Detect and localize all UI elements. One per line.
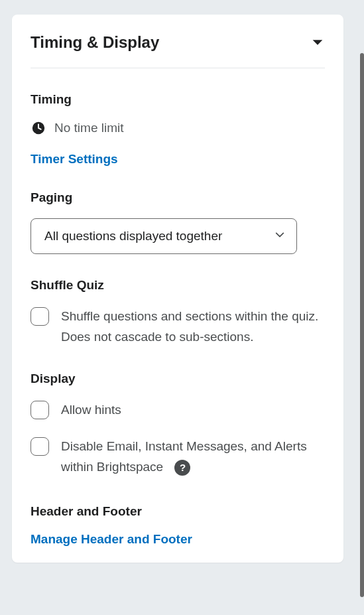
hints-checkbox-label: Allow hints	[61, 399, 121, 420]
timing-label: Timing	[30, 92, 325, 107]
display-label: Display	[30, 372, 325, 386]
header-footer-label: Header and Footer	[30, 504, 325, 519]
panel-header[interactable]: Timing & Display	[30, 33, 325, 68]
timing-section: Timing No time limit Timer Settings	[30, 92, 325, 167]
shuffle-checkbox-label: Shuffle questions and sections within th…	[61, 306, 325, 348]
panel-title: Timing & Display	[30, 33, 159, 52]
paging-section: Paging All questions displayed together	[30, 190, 325, 254]
clock-icon	[30, 120, 46, 136]
panel-content: Timing & Display Timing No time limit Ti…	[12, 15, 343, 563]
vertical-scrollbar[interactable]	[360, 53, 364, 597]
paging-select-wrap: All questions displayed together	[30, 218, 297, 254]
disable-checkbox-label: Disable Email, Instant Messages, and Ale…	[61, 436, 325, 478]
help-icon[interactable]: ?	[174, 460, 190, 476]
manage-header-footer-link[interactable]: Manage Header and Footer	[30, 532, 192, 547]
shuffle-checkbox-row: Shuffle questions and sections within th…	[30, 306, 325, 348]
timing-status-row: No time limit	[30, 120, 325, 136]
shuffle-checkbox[interactable]	[30, 307, 49, 326]
paging-label: Paging	[30, 190, 325, 205]
header-footer-section: Header and Footer Manage Header and Foot…	[30, 504, 325, 547]
hints-checkbox[interactable]	[30, 401, 49, 419]
timing-display-panel: Timing & Display Timing No time limit Ti…	[12, 15, 343, 563]
collapse-caret-icon[interactable]	[310, 35, 325, 50]
hints-checkbox-row: Allow hints	[30, 399, 325, 420]
shuffle-label: Shuffle Quiz	[30, 278, 325, 293]
shuffle-section: Shuffle Quiz Shuffle questions and secti…	[30, 278, 325, 348]
timer-settings-link[interactable]: Timer Settings	[30, 152, 118, 167]
disable-checkbox-row: Disable Email, Instant Messages, and Ale…	[30, 436, 325, 478]
display-section: Display Allow hints Disable Email, Insta…	[30, 372, 325, 478]
disable-checkbox[interactable]	[30, 437, 49, 456]
paging-select[interactable]: All questions displayed together	[30, 218, 297, 254]
paging-select-value: All questions displayed together	[44, 229, 222, 243]
timing-status-text: No time limit	[54, 121, 124, 135]
